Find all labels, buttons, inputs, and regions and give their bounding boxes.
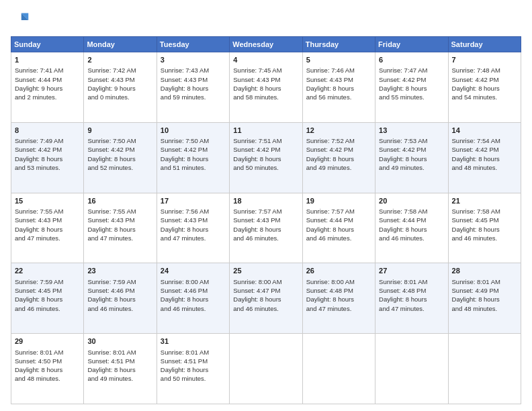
day-info: Daylight: 8 hours bbox=[161, 84, 226, 93]
day-info: Sunrise: 7:59 AM bbox=[87, 277, 153, 286]
calendar-cell: 9Sunrise: 7:50 AMSunset: 4:42 PMDaylight… bbox=[84, 122, 157, 193]
day-info: Sunset: 4:43 PM bbox=[306, 75, 372, 84]
day-info: and 46 minutes. bbox=[87, 304, 153, 313]
day-info: Sunset: 4:51 PM bbox=[87, 357, 153, 365]
day-info: and 46 minutes. bbox=[306, 234, 372, 242]
day-info: Sunset: 4:42 PM bbox=[452, 75, 518, 84]
day-info: Sunrise: 7:56 AM bbox=[161, 207, 226, 216]
day-number: 21 bbox=[452, 196, 518, 206]
day-info: and 49 minutes. bbox=[87, 374, 153, 383]
day-info: Sunset: 4:45 PM bbox=[452, 216, 518, 224]
day-info: and 46 minutes. bbox=[15, 304, 81, 313]
day-info: Sunrise: 7:47 AM bbox=[379, 66, 445, 75]
day-info: Sunset: 4:42 PM bbox=[379, 145, 445, 154]
day-number: 28 bbox=[452, 266, 518, 276]
day-info: and 46 minutes. bbox=[379, 234, 445, 242]
header-friday: Friday bbox=[375, 37, 448, 52]
day-info: Sunset: 4:43 PM bbox=[87, 75, 153, 84]
day-info: Daylight: 8 hours bbox=[379, 154, 445, 163]
page: SundayMondayTuesdayWednesdayThursdayFrid… bbox=[0, 0, 532, 411]
day-info: Daylight: 9 hours bbox=[15, 84, 81, 93]
day-info: and 47 minutes. bbox=[306, 304, 372, 313]
calendar-table: SundayMondayTuesdayWednesdayThursdayFrid… bbox=[11, 36, 521, 404]
day-info: Sunrise: 8:00 AM bbox=[161, 277, 226, 286]
day-info: Daylight: 8 hours bbox=[379, 84, 445, 93]
day-info: Daylight: 8 hours bbox=[15, 295, 81, 304]
day-number: 27 bbox=[379, 266, 445, 276]
day-info: Sunrise: 7:57 AM bbox=[306, 207, 372, 216]
week-row-4: 22Sunrise: 7:59 AMSunset: 4:45 PMDayligh… bbox=[11, 263, 521, 334]
day-number: 29 bbox=[15, 336, 81, 347]
day-number: 23 bbox=[87, 266, 153, 276]
day-info: Daylight: 8 hours bbox=[452, 225, 518, 234]
header bbox=[11, 11, 521, 30]
day-info: and 47 minutes. bbox=[161, 234, 226, 242]
day-info: Daylight: 8 hours bbox=[161, 365, 226, 374]
calendar-cell: 5Sunrise: 7:46 AMSunset: 4:43 PMDaylight… bbox=[302, 52, 375, 123]
header-wednesday: Wednesday bbox=[230, 37, 302, 52]
calendar-cell: 30Sunrise: 8:01 AMSunset: 4:51 PMDayligh… bbox=[84, 334, 157, 404]
calendar-cell: 4Sunrise: 7:45 AMSunset: 4:43 PMDaylight… bbox=[230, 52, 302, 123]
day-info: and 53 minutes. bbox=[15, 163, 81, 172]
day-info: Sunset: 4:43 PM bbox=[15, 216, 81, 224]
calendar-cell: 17Sunrise: 7:56 AMSunset: 4:43 PMDayligh… bbox=[157, 193, 229, 263]
day-info: Sunset: 4:43 PM bbox=[233, 216, 299, 224]
day-number: 19 bbox=[306, 196, 372, 206]
calendar-cell: 15Sunrise: 7:55 AMSunset: 4:43 PMDayligh… bbox=[11, 193, 84, 263]
day-info: Daylight: 8 hours bbox=[161, 154, 226, 163]
day-info: Sunset: 4:46 PM bbox=[87, 286, 153, 295]
day-info: and 59 minutes. bbox=[161, 93, 226, 101]
day-number: 6 bbox=[379, 55, 445, 65]
day-info: Daylight: 8 hours bbox=[15, 225, 81, 234]
day-info: and 46 minutes. bbox=[233, 304, 299, 313]
day-info: Daylight: 9 hours bbox=[87, 84, 153, 93]
day-info: and 0 minutes. bbox=[87, 93, 153, 101]
calendar-cell: 31Sunrise: 8:01 AMSunset: 4:51 PMDayligh… bbox=[157, 334, 229, 404]
day-info: Sunset: 4:43 PM bbox=[233, 75, 299, 84]
calendar-cell bbox=[230, 334, 302, 404]
day-number: 9 bbox=[87, 126, 153, 136]
calendar-cell: 12Sunrise: 7:52 AMSunset: 4:42 PMDayligh… bbox=[302, 122, 375, 193]
calendar-cell: 19Sunrise: 7:57 AMSunset: 4:44 PMDayligh… bbox=[302, 193, 375, 263]
header-thursday: Thursday bbox=[302, 37, 375, 52]
day-info: Daylight: 8 hours bbox=[87, 365, 153, 374]
day-number: 11 bbox=[233, 126, 299, 136]
day-info: Sunset: 4:42 PM bbox=[379, 75, 445, 84]
day-number: 25 bbox=[233, 266, 299, 276]
day-info: Sunrise: 7:42 AM bbox=[87, 66, 153, 75]
day-info: Sunset: 4:42 PM bbox=[15, 145, 81, 154]
header-saturday: Saturday bbox=[448, 37, 521, 52]
day-number: 20 bbox=[379, 196, 445, 206]
day-info: Sunrise: 8:01 AM bbox=[161, 348, 226, 357]
day-number: 16 bbox=[87, 196, 153, 206]
day-info: Sunrise: 7:41 AM bbox=[15, 66, 81, 75]
day-info: Daylight: 8 hours bbox=[452, 295, 518, 304]
day-info: Sunrise: 7:58 AM bbox=[452, 207, 518, 216]
day-number: 18 bbox=[233, 196, 299, 206]
day-info: Sunrise: 7:45 AM bbox=[233, 66, 299, 75]
day-info: Sunset: 4:42 PM bbox=[233, 145, 299, 154]
day-info: Sunrise: 7:49 AM bbox=[15, 136, 81, 145]
day-info: Sunset: 4:44 PM bbox=[306, 216, 372, 224]
day-info: Sunrise: 7:53 AM bbox=[379, 136, 445, 145]
calendar-cell: 6Sunrise: 7:47 AMSunset: 4:42 PMDaylight… bbox=[375, 52, 448, 123]
day-number: 30 bbox=[87, 336, 153, 347]
day-info: Daylight: 8 hours bbox=[87, 295, 153, 304]
day-number: 8 bbox=[15, 126, 81, 136]
day-number: 31 bbox=[161, 336, 226, 347]
calendar-cell: 22Sunrise: 7:59 AMSunset: 4:45 PMDayligh… bbox=[11, 263, 84, 334]
day-number: 2 bbox=[87, 55, 153, 65]
day-info: Sunrise: 7:54 AM bbox=[452, 136, 518, 145]
day-info: Sunrise: 8:01 AM bbox=[452, 277, 518, 286]
calendar-cell: 26Sunrise: 8:00 AMSunset: 4:48 PMDayligh… bbox=[302, 263, 375, 334]
day-info: Daylight: 8 hours bbox=[379, 295, 445, 304]
calendar-cell: 25Sunrise: 8:00 AMSunset: 4:47 PMDayligh… bbox=[230, 263, 302, 334]
day-info: and 50 minutes. bbox=[233, 163, 299, 172]
day-info: Sunrise: 7:55 AM bbox=[15, 207, 81, 216]
day-info: and 46 minutes. bbox=[452, 234, 518, 242]
day-info: Sunset: 4:43 PM bbox=[161, 216, 226, 224]
calendar-cell: 1Sunrise: 7:41 AMSunset: 4:44 PMDaylight… bbox=[11, 52, 84, 123]
day-info: and 52 minutes. bbox=[87, 163, 153, 172]
day-number: 7 bbox=[452, 55, 518, 65]
day-info: Sunset: 4:49 PM bbox=[452, 286, 518, 295]
